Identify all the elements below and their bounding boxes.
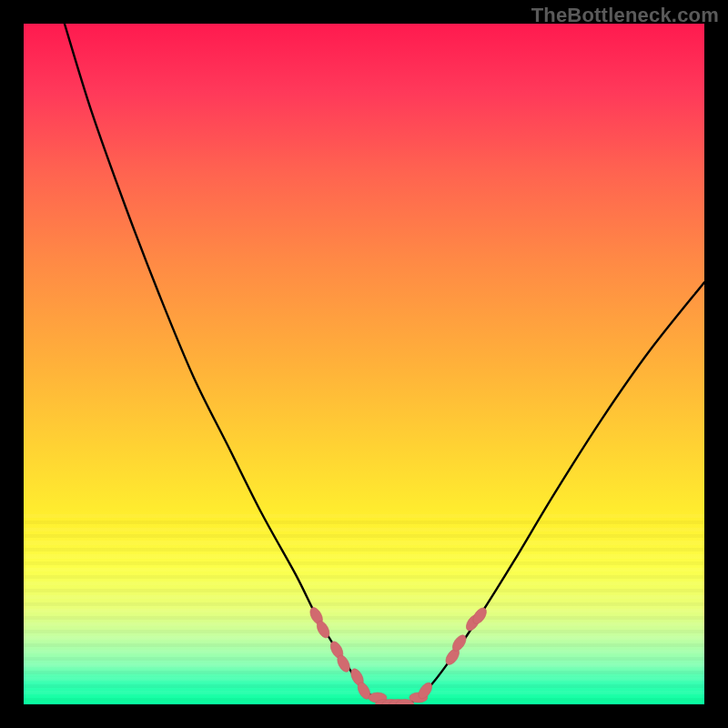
curve-layer (24, 24, 704, 704)
plot-area (24, 24, 704, 704)
bottleneck-curve (65, 24, 704, 704)
curve-markers (308, 605, 489, 704)
chart-frame: TheBottleneck.com (0, 0, 728, 728)
